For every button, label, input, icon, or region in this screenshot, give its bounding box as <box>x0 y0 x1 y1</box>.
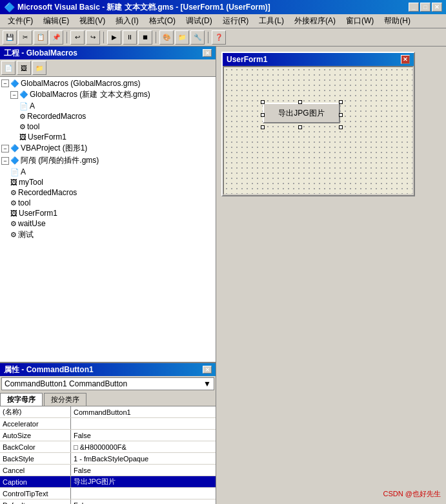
prop-value-caption[interactable]: 导出JPG图片 <box>71 476 216 487</box>
toolbar-save[interactable]: 💾 <box>3 30 17 45</box>
menu-tools[interactable]: 工具(L) <box>254 14 289 28</box>
tree-item-globalmacros-root[interactable]: − 🔷 GlobalMacros (GlobalMacros.gms) <box>1 78 214 89</box>
minimize-button[interactable]: _ <box>409 3 419 12</box>
userform-body[interactable]: 导出JPG图片 <box>223 66 414 195</box>
tree-icon-0: 🔷 <box>10 79 19 88</box>
toolbar-copy[interactable]: 📋 <box>34 30 48 45</box>
project-toolbar: 📄 🖼 📁 <box>0 59 216 77</box>
menu-run[interactable]: 运行(R) <box>218 14 254 28</box>
project-tree[interactable]: − 🔷 GlobalMacros (GlobalMacros.gms) − 🔷 … <box>0 77 216 362</box>
tree-item-alu-root[interactable]: − 🔷 阿颅 (阿颅的插件.gms) <box>1 154 214 167</box>
tree-item-vbaproject[interactable]: − 🔷 VBAProject (图形1) <box>1 142 214 154</box>
app-icon: 🔷 <box>4 2 15 12</box>
csdn-watermark: CSDN @也好先生 <box>383 489 441 499</box>
toolbar-paste[interactable]: 📌 <box>49 30 63 45</box>
menu-debug[interactable]: 调试(D) <box>181 14 218 28</box>
tree-item-waituse[interactable]: ⚙ waitUse <box>1 218 214 229</box>
project-explorer-close[interactable]: ✕ <box>203 49 212 57</box>
main-area: 工程 - GlobalMacros ✕ 📄 🖼 📁 − 🔷 GlobalMacr… <box>0 47 446 504</box>
tree-item-mytool[interactable]: 🖼 myTool <box>1 177 214 187</box>
menu-insert[interactable]: 插入(I) <box>110 14 143 28</box>
tree-expand-6[interactable]: − <box>1 145 9 152</box>
menu-help[interactable]: 帮助(H) <box>379 14 416 28</box>
menu-format[interactable]: 格式(O) <box>144 14 181 28</box>
prop-value-backcolor[interactable]: □ &H8000000F& <box>71 441 216 452</box>
tree-icon-1: 🔷 <box>19 90 28 99</box>
properties-panel: 属性 - CommandButton1 ✕ CommandButton1 Com… <box>0 362 216 504</box>
tree-item-globalmacros-new[interactable]: − 🔷 GlobalMacros (新建 文本文档.gms) <box>1 89 214 101</box>
properties-dropdown[interactable]: CommandButton1 CommandButton ▼ <box>1 377 214 390</box>
properties-title: 属性 - CommandButton1 <box>4 364 94 375</box>
menu-edit[interactable]: 编辑(E) <box>38 14 74 28</box>
tree-item-userform1-2[interactable]: 🖼 UserForm1 <box>1 208 214 218</box>
props-row-cancel: Cancel False <box>0 465 216 476</box>
tree-icon-5: 🖼 <box>19 133 26 141</box>
sel-handle-br <box>339 125 343 129</box>
sel-handle-tr <box>339 100 343 104</box>
toolbar-run[interactable]: ▶ <box>107 30 121 45</box>
prop-value-accelerator[interactable] <box>71 418 216 429</box>
tree-icon-13: ⚙ <box>10 220 17 228</box>
toolbar-explorer[interactable]: 📁 <box>175 30 189 45</box>
command-button[interactable]: 导出JPG图片 <box>263 103 340 123</box>
tree-expand-0[interactable]: − <box>1 79 9 87</box>
tree-label-2: A <box>30 101 35 110</box>
menu-view[interactable]: 视图(V) <box>74 14 110 28</box>
toolbar-sep1 <box>66 32 67 43</box>
close-button[interactable]: ✕ <box>432 3 442 12</box>
tree-item-tool1[interactable]: ⚙ tool <box>1 121 214 132</box>
toolbar-stop[interactable]: ⏹ <box>138 30 152 45</box>
toolbar-undo[interactable]: ↩ <box>70 30 85 45</box>
tree-item-a1[interactable]: 📄 A <box>1 101 214 111</box>
tree-expand-7[interactable]: − <box>1 157 9 165</box>
prop-name-default: Default <box>0 499 71 504</box>
title-bar: 🔷 Microsoft Visual Basic - 新建 文本文档.gms -… <box>0 0 446 14</box>
toolbar-help[interactable]: ❓ <box>212 30 226 45</box>
props-row-name: (名称) CommandButton1 <box>0 406 216 418</box>
title-text: Microsoft Visual Basic - 新建 文本文档.gms - [… <box>17 2 270 13</box>
props-row-controltiptext: ControlTipText <box>0 488 216 499</box>
userform-close-button[interactable]: ✕ <box>401 55 410 64</box>
tree-expand-1[interactable]: − <box>10 91 18 99</box>
tree-label-4: tool <box>27 122 39 131</box>
view-object-btn[interactable]: 🖼 <box>17 61 31 75</box>
tree-item-tool2[interactable]: ⚙ tool <box>1 198 214 208</box>
right-panel: UserForm1 ✕ 导出JPG图片 <box>216 47 446 504</box>
tree-item-test[interactable]: ⚙ 测试 <box>1 229 214 241</box>
sel-handle-bl <box>261 125 265 129</box>
prop-name-backstyle: BackStyle <box>0 453 71 464</box>
prop-value-name[interactable]: CommandButton1 <box>71 406 216 417</box>
prop-name-caption: Caption <box>0 476 71 487</box>
prop-value-autosize[interactable]: False <box>71 430 216 441</box>
tree-label-7: 阿颅 (阿颅的插件.gms) <box>21 155 99 166</box>
props-tab-category[interactable]: 按分类序 <box>44 393 86 406</box>
sel-handle-tl <box>261 100 265 104</box>
tree-item-recordedmacros2[interactable]: ⚙ RecordedMacros <box>1 187 214 198</box>
menu-window[interactable]: 窗口(W) <box>341 14 379 28</box>
toggle-folders-btn[interactable]: 📁 <box>32 61 46 75</box>
tree-item-userform1-1[interactable]: 🖼 UserForm1 <box>1 132 214 142</box>
props-tab-alpha[interactable]: 按字母序 <box>0 393 43 406</box>
tree-icon-9: 🖼 <box>10 178 17 186</box>
prop-value-default[interactable]: False <box>71 499 216 504</box>
sel-handle-tc <box>298 100 302 104</box>
tree-item-a2[interactable]: 📄 A <box>1 167 214 177</box>
prop-value-cancel[interactable]: False <box>71 465 216 476</box>
prop-value-controltiptext[interactable] <box>71 488 216 499</box>
tree-icon-2: 📄 <box>19 102 28 110</box>
toolbar-cut[interactable]: ✂ <box>18 30 32 45</box>
maximize-button[interactable]: □ <box>420 3 431 12</box>
tree-icon-11: ⚙ <box>10 199 17 207</box>
toolbar-pause[interactable]: ⏸ <box>123 30 137 45</box>
prop-value-backstyle[interactable]: 1 - fmBackStyleOpaque <box>71 453 216 464</box>
project-explorer-title-bar: 工程 - GlobalMacros ✕ <box>0 47 216 59</box>
properties-close[interactable]: ✕ <box>203 366 212 373</box>
toolbar-props[interactable]: 🔧 <box>190 30 205 45</box>
menu-file[interactable]: 文件(F) <box>3 14 38 28</box>
toolbar-design[interactable]: 🎨 <box>159 30 174 45</box>
tree-item-recordedmacros1[interactable]: ⚙ RecordedMacros <box>1 111 214 121</box>
menu-addins[interactable]: 外接程序(A) <box>289 14 341 28</box>
toolbar-redo[interactable]: ↪ <box>86 30 100 45</box>
view-code-btn[interactable]: 📄 <box>1 61 15 75</box>
tree-icon-10: ⚙ <box>10 189 17 197</box>
